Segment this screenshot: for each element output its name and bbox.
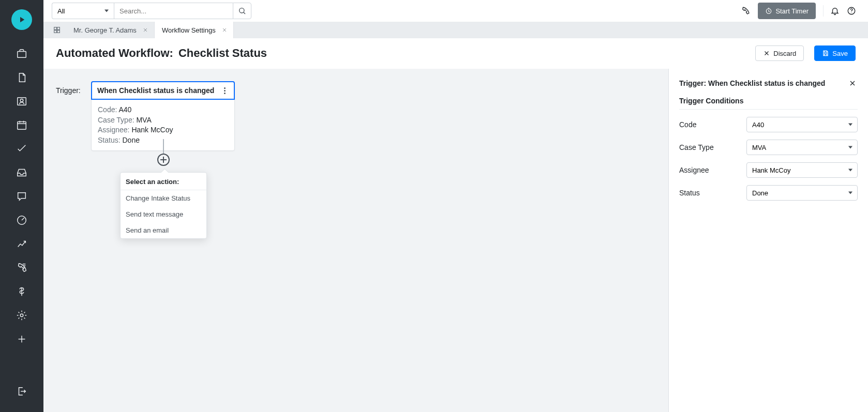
field-status-label: Status bbox=[679, 189, 741, 197]
x-icon bbox=[763, 50, 770, 57]
nav-billing[interactable] bbox=[11, 281, 32, 302]
page-header: Automated Workflow: Checklist Status Dis… bbox=[43, 38, 868, 69]
field-case-type-row: Case Type MVA bbox=[679, 140, 858, 155]
svg-rect-10 bbox=[54, 27, 57, 30]
page-title: Checklist Status bbox=[178, 47, 267, 60]
app-logo[interactable] bbox=[11, 9, 32, 30]
divider bbox=[823, 5, 824, 17]
save-button[interactable]: Save bbox=[814, 45, 856, 61]
side-panel: Trigger: When Checklist status is change… bbox=[668, 69, 868, 412]
nav-settings[interactable] bbox=[11, 305, 32, 326]
side-panel-close[interactable] bbox=[847, 78, 858, 88]
field-assignee-select[interactable]: Hank McCoy bbox=[746, 162, 858, 178]
kebab-icon[interactable] bbox=[220, 86, 229, 95]
field-case-type-select[interactable]: MVA bbox=[746, 140, 858, 155]
close-icon[interactable] bbox=[142, 26, 149, 34]
svg-point-5 bbox=[20, 314, 23, 317]
workspace-tab-workflow-settings[interactable]: Workflow Settings bbox=[155, 22, 234, 38]
search-group: All bbox=[52, 3, 251, 19]
field-status-select[interactable]: Done bbox=[746, 185, 858, 201]
search-input[interactable] bbox=[114, 3, 233, 19]
nav-logout[interactable] bbox=[11, 381, 32, 402]
phone-icon bbox=[741, 6, 750, 16]
page-prefix: Automated Workflow: bbox=[56, 47, 173, 60]
field-code-row: Code A40 bbox=[679, 117, 858, 132]
side-panel-title: Trigger: When Checklist status is change… bbox=[679, 79, 825, 87]
discard-label: Discard bbox=[773, 50, 796, 57]
notifications-button[interactable] bbox=[827, 3, 843, 19]
trigger-label: Trigger: bbox=[56, 86, 81, 95]
add-step-button[interactable] bbox=[157, 154, 170, 166]
main-area: All Start Timer Mr. George bbox=[43, 0, 868, 412]
workspace-tab-label: Workflow Settings bbox=[162, 26, 216, 34]
start-timer-button[interactable]: Start Timer bbox=[758, 3, 816, 19]
save-icon bbox=[822, 50, 829, 57]
search-button[interactable] bbox=[233, 3, 251, 19]
nav-calendar[interactable] bbox=[11, 115, 32, 135]
nav-briefcase[interactable] bbox=[11, 43, 32, 64]
content-row: Trigger: When Checklist status is change… bbox=[43, 69, 868, 412]
search-icon bbox=[238, 7, 246, 15]
workspace-tab-label: Mr. George T. Adams bbox=[73, 26, 137, 34]
help-button[interactable] bbox=[843, 3, 860, 19]
close-icon[interactable] bbox=[221, 26, 228, 34]
left-rail bbox=[0, 0, 43, 412]
nav-checklist[interactable] bbox=[11, 139, 32, 159]
connector-line bbox=[163, 139, 164, 154]
action-popover: Select an action: Change Intake Status S… bbox=[120, 172, 207, 239]
nav-inbox[interactable] bbox=[11, 162, 32, 183]
grid-icon bbox=[53, 26, 61, 34]
field-case-type-label: Case Type bbox=[679, 143, 741, 151]
nav-add[interactable] bbox=[11, 329, 32, 349]
discard-button[interactable]: Discard bbox=[755, 45, 804, 61]
svg-point-6 bbox=[240, 8, 244, 13]
workspace-tab-person[interactable]: Mr. George T. Adams bbox=[66, 22, 155, 38]
field-status-row: Status Done bbox=[679, 185, 858, 201]
svg-rect-3 bbox=[18, 122, 26, 130]
nav-chat[interactable] bbox=[11, 186, 32, 207]
search-filter-select[interactable]: All bbox=[52, 3, 114, 19]
top-bar: All Start Timer bbox=[43, 0, 868, 22]
field-code-select[interactable]: A40 bbox=[746, 117, 858, 132]
help-icon bbox=[847, 6, 856, 16]
clock-icon bbox=[765, 7, 772, 14]
svg-point-9 bbox=[851, 12, 851, 13]
bell-icon bbox=[830, 6, 840, 16]
svg-point-2 bbox=[20, 99, 23, 102]
side-panel-section-title: Trigger Conditions bbox=[679, 97, 858, 110]
action-option-send-text[interactable]: Send text message bbox=[121, 206, 206, 222]
field-code-label: Code bbox=[679, 120, 741, 129]
nav-document[interactable] bbox=[11, 67, 32, 88]
start-timer-label: Start Timer bbox=[775, 7, 809, 15]
nav-analytics[interactable] bbox=[11, 234, 32, 254]
workspace-tabs: Mr. George T. Adams Workflow Settings bbox=[43, 22, 868, 38]
nav-gauge[interactable] bbox=[11, 210, 32, 231]
dashboard-grid-button[interactable] bbox=[48, 22, 66, 38]
save-label: Save bbox=[832, 50, 848, 57]
svg-rect-13 bbox=[57, 30, 60, 33]
action-option-change-intake-status[interactable]: Change Intake Status bbox=[121, 190, 206, 206]
field-assignee-label: Assignee bbox=[679, 166, 741, 174]
trigger-card-title: When Checklist status is changed bbox=[97, 86, 214, 95]
workflow-canvas: Trigger: When Checklist status is change… bbox=[43, 69, 668, 412]
svg-rect-11 bbox=[57, 27, 60, 30]
svg-rect-12 bbox=[54, 30, 57, 33]
nav-contact[interactable] bbox=[11, 91, 32, 112]
nav-call-list[interactable] bbox=[11, 257, 32, 278]
topbar-phone-button[interactable] bbox=[737, 3, 754, 19]
svg-rect-0 bbox=[18, 51, 26, 57]
field-assignee-row: Assignee Hank McCoy bbox=[679, 162, 858, 178]
action-popover-title: Select an action: bbox=[121, 176, 206, 190]
action-option-send-email[interactable]: Send an email bbox=[121, 222, 206, 238]
